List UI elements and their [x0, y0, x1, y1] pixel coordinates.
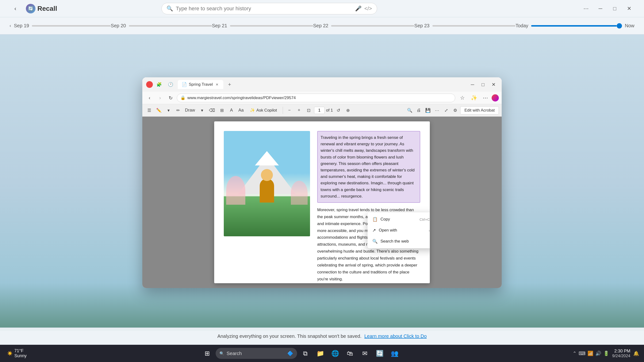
favorites-btn[interactable]: ☆ — [457, 93, 468, 103]
mic-icon[interactable]: 🎤 — [355, 5, 362, 12]
address-bar: ‹ › ↻ 🔒 www.margiestravel.com/springtrav… — [142, 92, 502, 104]
ask-copilot-btn[interactable]: ✨ Ask Copilot — [246, 106, 280, 114]
browser-maximize-btn[interactable]: □ — [479, 80, 487, 89]
chevron-up-icon[interactable]: ⌃ — [572, 351, 577, 356]
more-options-button[interactable]: ⋯ — [581, 3, 591, 14]
browser-tab-spring-travel[interactable]: 📄 Spring Travel ✕ — [178, 80, 223, 89]
maximize-button[interactable]: □ — [610, 3, 620, 14]
teams-btn[interactable]: 👥 — [388, 347, 401, 360]
browser-history-btn[interactable]: 🕐 — [165, 79, 176, 90]
pdf-right-tools: 🔍 🖨 💾 ⋯ ⤢ ⚙ Edit with Acrobat — [406, 106, 499, 114]
weather-widget: ☀️ 71°F Sunny — [5, 348, 29, 359]
pdf-page-input[interactable]: 1 — [314, 107, 325, 114]
pdf-settings-btn[interactable]: ⚙ — [451, 106, 459, 114]
url-box[interactable]: 🔒 www.margiestravel.com/springtravelidea… — [177, 94, 455, 102]
close-button[interactable]: ✕ — [624, 3, 634, 14]
pdf-draw-dropdown[interactable]: ▾ — [198, 106, 206, 114]
nav-back-btn[interactable]: ‹ — [145, 94, 154, 102]
task-view-btn[interactable]: ⧉ — [299, 347, 312, 360]
browser-close-btn[interactable]: ✕ — [489, 80, 498, 89]
pdf-annotate-dropdown[interactable]: ▾ — [164, 106, 172, 114]
taskbar-left: ☀️ 71°F Sunny — [5, 348, 29, 359]
store-btn[interactable]: 🛍 — [344, 347, 356, 360]
browser-copilot-btn[interactable]: ✨ — [468, 93, 479, 103]
notifications-icon[interactable]: 🔔 — [633, 351, 639, 356]
browser-extensions-btn[interactable]: 🧩 — [154, 79, 164, 90]
recall-taskbar-btn[interactable]: 🔄 — [373, 347, 386, 360]
browser-more-btn[interactable]: ⋯ — [480, 93, 491, 103]
browser-window: 🧩 🕐 📄 Spring Travel ✕ + ─ □ ✕ ‹ › ↻ 🔒 ww… — [142, 77, 502, 288]
taskbar-clock[interactable]: 2:30 PM 9/24/2024 — [612, 349, 630, 359]
keyboard-icon[interactable]: ⌨ — [578, 351, 586, 356]
browser-minimize-btn[interactable]: ─ — [468, 80, 477, 89]
timeline-today-track — [531, 25, 617, 26]
pdf-eraser-btn[interactable]: ⌫ — [208, 106, 216, 114]
code-icon[interactable]: </> — [364, 5, 372, 12]
pdf-more-btn[interactable]: ⋯ — [433, 106, 441, 114]
weather-condition: Sunny — [14, 353, 26, 358]
timeline-today[interactable]: Today — [516, 23, 617, 28]
context-menu-search-web[interactable]: 🔍 Search the web — [368, 236, 430, 247]
context-menu-open-with[interactable]: ↗ Open with › — [368, 225, 430, 236]
timeline-sep19-label: Sep 19 — [14, 23, 29, 28]
pdf-list-view-btn[interactable]: ☰ — [145, 106, 153, 114]
pdf-reset-btn[interactable]: ↺ — [334, 106, 342, 114]
pdf-share-btn[interactable]: ⊕ — [344, 106, 352, 114]
timeline-sep21[interactable]: Sep 21 — [212, 23, 313, 28]
bing-logo: 🔷 — [287, 351, 293, 356]
pdf-save-btn[interactable]: 💾 — [424, 106, 432, 114]
pdf-annotate-btn[interactable]: ✏️ — [155, 106, 163, 114]
pdf-search-btn[interactable]: 🔍 — [406, 106, 414, 114]
weather-info: 71°F Sunny — [14, 348, 26, 359]
timeline-sep23-track — [432, 25, 516, 26]
timeline-sep20[interactable]: Sep 20 — [111, 23, 212, 28]
new-tab-button[interactable]: + — [225, 80, 234, 89]
pdf-draw-btn[interactable]: ✏ — [174, 106, 182, 114]
recall-search-bar[interactable]: 🔍 🎤 </> — [162, 3, 377, 14]
pdf-print-btn[interactable]: 🖨 — [415, 106, 423, 114]
pdf-zoom-in-btn[interactable]: + — [295, 106, 303, 114]
pdf-zoom-out-btn[interactable]: − — [285, 106, 294, 114]
pdf-fit-btn[interactable]: ⊡ — [304, 106, 313, 114]
battery-icon[interactable]: 🔋 — [603, 351, 609, 356]
recall-logo-icon: 🔄 — [26, 4, 36, 13]
volume-icon[interactable]: 🔊 — [595, 351, 601, 356]
taskbar-search[interactable]: 🔍 Search 🔷 — [216, 348, 297, 359]
browser-tab-label: Spring Travel — [189, 82, 213, 87]
pdf-travel-image — [224, 131, 310, 236]
timeline-sep19[interactable]: ‹ Sep 19 — [10, 23, 111, 28]
minimize-button[interactable]: ─ — [595, 3, 606, 14]
traveler-body — [260, 179, 274, 203]
pdf-page-nav: 1 of 1 — [314, 107, 333, 114]
browser-tab-close[interactable]: ✕ — [215, 82, 220, 87]
pdf-text-area: Traveling in the spring brings a fresh s… — [317, 131, 420, 274]
nav-refresh-btn[interactable]: ↻ — [166, 94, 175, 102]
timeline-back-arrow[interactable]: ‹ — [10, 23, 11, 28]
copy-shortcut: Ctrl+C — [420, 217, 430, 221]
timeline-now: Now — [617, 23, 634, 28]
file-explorer-btn[interactable]: 📁 — [314, 347, 327, 360]
pdf-toolbar-separator — [283, 107, 283, 114]
context-menu-copy[interactable]: 📋 Copy Ctrl+C — [368, 214, 430, 225]
timeline-sep22[interactable]: Sep 22 — [313, 23, 414, 28]
nav-forward-btn[interactable]: › — [156, 94, 164, 102]
back-button[interactable]: ‹ — [10, 3, 21, 14]
timeline-sep22-track — [331, 25, 414, 26]
mail-btn[interactable]: ✉ — [358, 347, 371, 360]
edge-taskbar-btn[interactable]: 🌐 — [329, 347, 342, 360]
pdf-view-btn[interactable]: ⊞ — [218, 106, 226, 114]
start-button[interactable]: ⊞ — [201, 347, 214, 360]
highlighted-text-block: Traveling in the spring brings a fresh s… — [317, 131, 420, 203]
pdf-expand-btn[interactable]: ⤢ — [442, 106, 450, 114]
network-icon[interactable]: 📶 — [588, 351, 594, 356]
learn-more-link[interactable]: Learn more about Click to Do — [364, 334, 427, 339]
pdf-text-btn[interactable]: A — [227, 106, 236, 114]
recall-title: Recall — [38, 5, 57, 12]
browser-window-controls: ─ □ ✕ — [468, 80, 498, 89]
pdf-page: Traveling in the spring brings a fresh s… — [214, 121, 430, 283]
pdf-aa-btn[interactable]: Aa — [237, 106, 245, 114]
timeline-sep23[interactable]: Sep 23 — [414, 23, 515, 28]
edit-acrobat-btn[interactable]: Edit with Acrobat — [460, 106, 499, 114]
taskbar-center: ⊞ 🔍 Search 🔷 ⧉ 📁 🌐 🛍 ✉ 🔄 👥 — [29, 347, 572, 360]
search-input[interactable] — [176, 5, 352, 12]
